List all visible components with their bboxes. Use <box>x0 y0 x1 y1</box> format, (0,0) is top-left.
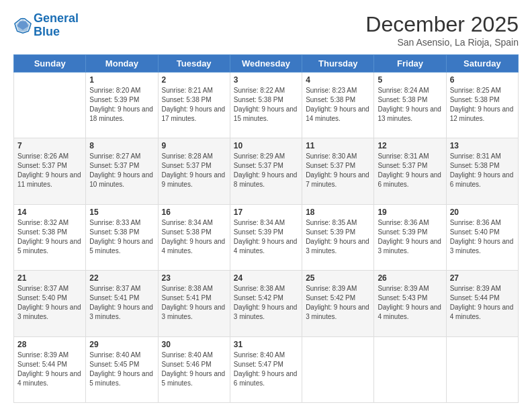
cell-info: Sunrise: 8:32 AMSunset: 5:38 PMDaylight:… <box>17 218 82 256</box>
cell-info: Sunrise: 8:28 AMSunset: 5:37 PMDaylight:… <box>162 152 226 189</box>
logo-icon <box>13 16 32 35</box>
day-number: 9 <box>162 141 226 150</box>
cell-info: Sunrise: 8:38 AMSunset: 5:42 PMDaylight:… <box>234 284 298 322</box>
calendar-cell: 24Sunrise: 8:38 AMSunset: 5:42 PMDayligh… <box>230 271 302 336</box>
week-row-4: 28Sunrise: 8:39 AMSunset: 5:44 PMDayligh… <box>14 336 519 402</box>
calendar-cell: 8Sunrise: 8:27 AMSunset: 5:37 PMDaylight… <box>86 138 158 204</box>
calendar-cell: 17Sunrise: 8:34 AMSunset: 5:39 PMDayligh… <box>230 204 302 270</box>
day-number: 20 <box>450 208 515 217</box>
calendar-cell: 23Sunrise: 8:38 AMSunset: 5:41 PMDayligh… <box>158 271 230 336</box>
cell-info: Sunrise: 8:36 AMSunset: 5:40 PMDaylight:… <box>450 218 515 256</box>
day-header-wednesday: Wednesday <box>230 55 302 73</box>
calendar-cell: 25Sunrise: 8:39 AMSunset: 5:42 PMDayligh… <box>302 271 374 336</box>
day-header-saturday: Saturday <box>446 55 518 73</box>
day-number: 25 <box>306 273 370 283</box>
calendar-cell: 9Sunrise: 8:28 AMSunset: 5:37 PMDaylight… <box>158 138 230 204</box>
logo: General Blue <box>13 12 79 39</box>
cell-info: Sunrise: 8:40 AMSunset: 5:47 PMDaylight:… <box>234 351 298 388</box>
calendar-cell: 22Sunrise: 8:37 AMSunset: 5:41 PMDayligh… <box>86 271 158 336</box>
day-header-thursday: Thursday <box>302 55 374 73</box>
calendar-cell: 30Sunrise: 8:40 AMSunset: 5:46 PMDayligh… <box>158 336 230 402</box>
calendar-cell <box>446 336 518 402</box>
calendar-header-row: SundayMondayTuesdayWednesdayThursdayFrid… <box>14 55 519 73</box>
calendar-cell <box>14 73 86 138</box>
day-number: 12 <box>378 141 442 150</box>
day-number: 16 <box>162 208 226 217</box>
day-number: 13 <box>450 141 515 150</box>
day-number: 4 <box>306 75 370 85</box>
cell-info: Sunrise: 8:22 AMSunset: 5:38 PMDaylight:… <box>234 86 298 124</box>
cell-info: Sunrise: 8:34 AMSunset: 5:38 PMDaylight:… <box>162 218 226 256</box>
title-block: December 2025 San Asensio, La Rioja, Spa… <box>365 12 519 48</box>
cell-info: Sunrise: 8:34 AMSunset: 5:39 PMDaylight:… <box>234 218 298 256</box>
calendar-cell: 11Sunrise: 8:30 AMSunset: 5:37 PMDayligh… <box>302 138 374 204</box>
day-header-sunday: Sunday <box>14 55 86 73</box>
calendar-cell: 10Sunrise: 8:29 AMSunset: 5:37 PMDayligh… <box>230 138 302 204</box>
day-number: 6 <box>450 75 515 85</box>
day-number: 3 <box>234 75 298 85</box>
calendar-cell: 21Sunrise: 8:37 AMSunset: 5:40 PMDayligh… <box>14 271 86 336</box>
day-header-monday: Monday <box>86 55 158 73</box>
cell-info: Sunrise: 8:21 AMSunset: 5:38 PMDaylight:… <box>162 86 226 124</box>
calendar-cell: 26Sunrise: 8:39 AMSunset: 5:43 PMDayligh… <box>374 271 446 336</box>
cell-info: Sunrise: 8:37 AMSunset: 5:40 PMDaylight:… <box>17 284 82 322</box>
calendar-cell: 16Sunrise: 8:34 AMSunset: 5:38 PMDayligh… <box>158 204 230 270</box>
cell-info: Sunrise: 8:31 AMSunset: 5:38 PMDaylight:… <box>450 152 515 189</box>
calendar-cell: 3Sunrise: 8:22 AMSunset: 5:38 PMDaylight… <box>230 73 302 138</box>
calendar-cell: 2Sunrise: 8:21 AMSunset: 5:38 PMDaylight… <box>158 73 230 138</box>
calendar-cell: 31Sunrise: 8:40 AMSunset: 5:47 PMDayligh… <box>230 336 302 402</box>
day-number: 24 <box>234 273 298 283</box>
month-title: December 2025 <box>365 12 519 37</box>
location-subtitle: San Asensio, La Rioja, Spain <box>365 37 519 48</box>
cell-info: Sunrise: 8:26 AMSunset: 5:37 PMDaylight:… <box>17 152 82 189</box>
calendar-cell: 15Sunrise: 8:33 AMSunset: 5:38 PMDayligh… <box>86 204 158 270</box>
cell-info: Sunrise: 8:20 AMSunset: 5:39 PMDaylight:… <box>89 86 154 124</box>
week-row-1: 7Sunrise: 8:26 AMSunset: 5:37 PMDaylight… <box>14 138 519 204</box>
cell-info: Sunrise: 8:39 AMSunset: 5:44 PMDaylight:… <box>17 351 82 388</box>
header: General Blue December 2025 San Asensio, … <box>13 12 519 48</box>
day-number: 31 <box>234 340 298 349</box>
calendar-cell <box>302 336 374 402</box>
day-number: 5 <box>378 75 442 85</box>
calendar-cell: 7Sunrise: 8:26 AMSunset: 5:37 PMDaylight… <box>14 138 86 204</box>
calendar-cell: 19Sunrise: 8:36 AMSunset: 5:39 PMDayligh… <box>374 204 446 270</box>
calendar-cell: 5Sunrise: 8:24 AMSunset: 5:38 PMDaylight… <box>374 73 446 138</box>
cell-info: Sunrise: 8:40 AMSunset: 5:46 PMDaylight:… <box>162 351 226 388</box>
cell-info: Sunrise: 8:36 AMSunset: 5:39 PMDaylight:… <box>378 218 442 256</box>
calendar-cell: 1Sunrise: 8:20 AMSunset: 5:39 PMDaylight… <box>86 73 158 138</box>
calendar-cell: 4Sunrise: 8:23 AMSunset: 5:38 PMDaylight… <box>302 73 374 138</box>
day-number: 17 <box>234 208 298 217</box>
calendar-cell: 20Sunrise: 8:36 AMSunset: 5:40 PMDayligh… <box>446 204 518 270</box>
cell-info: Sunrise: 8:29 AMSunset: 5:37 PMDaylight:… <box>234 152 298 189</box>
cell-info: Sunrise: 8:27 AMSunset: 5:37 PMDaylight:… <box>89 152 154 189</box>
cell-info: Sunrise: 8:35 AMSunset: 5:39 PMDaylight:… <box>306 218 370 256</box>
cell-info: Sunrise: 8:30 AMSunset: 5:37 PMDaylight:… <box>306 152 370 189</box>
calendar-cell <box>374 336 446 402</box>
day-number: 8 <box>89 141 154 150</box>
page: General Blue December 2025 San Asensio, … <box>0 0 532 411</box>
calendar-cell: 29Sunrise: 8:40 AMSunset: 5:45 PMDayligh… <box>86 336 158 402</box>
day-number: 1 <box>89 75 154 85</box>
cell-info: Sunrise: 8:40 AMSunset: 5:45 PMDaylight:… <box>89 351 154 388</box>
calendar-cell: 27Sunrise: 8:39 AMSunset: 5:44 PMDayligh… <box>446 271 518 336</box>
cell-info: Sunrise: 8:24 AMSunset: 5:38 PMDaylight:… <box>378 86 442 124</box>
day-number: 19 <box>378 208 442 217</box>
day-number: 10 <box>234 141 298 150</box>
day-number: 23 <box>162 273 226 283</box>
day-number: 27 <box>450 273 515 283</box>
cell-info: Sunrise: 8:39 AMSunset: 5:43 PMDaylight:… <box>378 284 442 322</box>
day-header-friday: Friday <box>374 55 446 73</box>
cell-info: Sunrise: 8:37 AMSunset: 5:41 PMDaylight:… <box>89 284 154 322</box>
day-number: 2 <box>162 75 226 85</box>
week-row-3: 21Sunrise: 8:37 AMSunset: 5:40 PMDayligh… <box>14 271 519 336</box>
day-number: 22 <box>89 273 154 283</box>
calendar-cell: 14Sunrise: 8:32 AMSunset: 5:38 PMDayligh… <box>14 204 86 270</box>
day-header-tuesday: Tuesday <box>158 55 230 73</box>
cell-info: Sunrise: 8:38 AMSunset: 5:41 PMDaylight:… <box>162 284 226 322</box>
day-number: 14 <box>17 208 82 217</box>
day-number: 21 <box>17 273 82 283</box>
logo-text: General Blue <box>34 12 79 39</box>
week-row-2: 14Sunrise: 8:32 AMSunset: 5:38 PMDayligh… <box>14 204 519 270</box>
day-number: 28 <box>17 340 82 349</box>
day-number: 29 <box>89 340 154 349</box>
